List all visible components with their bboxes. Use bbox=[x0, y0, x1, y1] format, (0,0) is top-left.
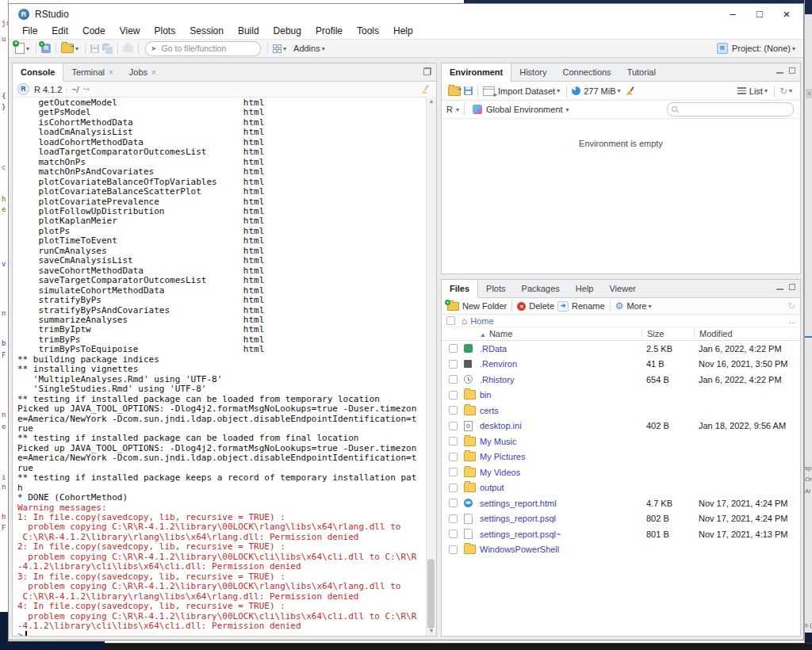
menu-file[interactable]: File bbox=[15, 24, 44, 39]
print-button[interactable] bbox=[121, 45, 135, 52]
maximize-button[interactable]: □ bbox=[746, 4, 773, 24]
minimize-button[interactable]: – bbox=[719, 4, 746, 24]
open-file-button[interactable]: ▾ bbox=[59, 44, 82, 53]
new-file-button[interactable]: ▾ bbox=[13, 43, 33, 54]
maximize-pane-icon[interactable] bbox=[789, 67, 795, 74]
menu-tools[interactable]: Tools bbox=[350, 24, 386, 39]
save-all-button[interactable] bbox=[101, 44, 114, 53]
file-checkbox[interactable] bbox=[449, 468, 458, 476]
new-project-button[interactable]: R bbox=[40, 44, 52, 53]
file-name-link[interactable]: My Music bbox=[480, 437, 642, 446]
file-row[interactable]: My Videos bbox=[442, 465, 800, 480]
file-checkbox[interactable] bbox=[449, 499, 458, 507]
tab-console[interactable]: Console bbox=[13, 63, 63, 82]
file-checkbox[interactable] bbox=[449, 391, 458, 400]
file-name-link[interactable]: WindowsPowerShell bbox=[480, 545, 642, 554]
workspace-panes-button[interactable]: ▾ bbox=[271, 44, 289, 53]
tab-viewer[interactable]: Viewer bbox=[601, 280, 643, 297]
menu-build[interactable]: Build bbox=[231, 24, 266, 39]
refresh-files-icon[interactable]: ↻ bbox=[787, 301, 795, 311]
language-selector[interactable]: R bbox=[446, 105, 453, 114]
file-name-link[interactable]: .Renviron bbox=[480, 359, 642, 369]
column-modified[interactable]: Modified bbox=[694, 329, 800, 338]
menu-help[interactable]: Help bbox=[386, 24, 420, 39]
close-tab-icon[interactable]: × bbox=[109, 64, 113, 81]
file-checkbox[interactable] bbox=[449, 545, 458, 554]
popout-arrow-icon[interactable]: ↪ bbox=[83, 85, 90, 94]
maximize-pane-icon[interactable] bbox=[789, 284, 795, 290]
tab-jobs[interactable]: Jobs× bbox=[121, 63, 164, 81]
load-workspace-button[interactable] bbox=[446, 86, 462, 96]
file-row[interactable]: settings_report.psql 802 B Nov 17, 2021,… bbox=[442, 511, 800, 527]
file-row[interactable]: bin bbox=[442, 388, 800, 403]
file-checkbox[interactable] bbox=[449, 514, 458, 523]
select-all-checkbox[interactable] bbox=[446, 316, 455, 325]
list-view-button[interactable]: List ▾ bbox=[736, 86, 771, 96]
column-size[interactable]: Size bbox=[642, 329, 694, 338]
tab-connections[interactable]: Connections bbox=[554, 63, 619, 81]
file-name-link[interactable]: My Videos bbox=[480, 468, 642, 477]
file-name-link[interactable]: output bbox=[480, 483, 642, 492]
menu-plots[interactable]: Plots bbox=[147, 24, 183, 39]
file-name-link[interactable]: My Pictures bbox=[480, 452, 642, 461]
save-workspace-button[interactable] bbox=[462, 86, 474, 95]
scrollbar-thumb[interactable] bbox=[427, 559, 435, 629]
tab-files[interactable]: Files bbox=[442, 280, 478, 298]
close-tab-icon[interactable]: × bbox=[151, 64, 156, 81]
save-button[interactable] bbox=[89, 44, 101, 53]
more-button[interactable]: ⚙ More ▾ bbox=[614, 301, 655, 311]
file-checkbox[interactable] bbox=[449, 530, 458, 538]
minimize-pane-icon[interactable] bbox=[776, 289, 783, 290]
console-prompt[interactable]: > bbox=[17, 631, 427, 636]
file-name-link[interactable]: settings_report.html bbox=[480, 499, 642, 508]
menu-view[interactable]: View bbox=[113, 24, 147, 39]
file-row[interactable]: WindowsPowerShell bbox=[442, 542, 800, 558]
clear-console-icon[interactable] bbox=[420, 85, 430, 94]
minimize-pane-icon[interactable] bbox=[776, 72, 783, 74]
tab-help[interactable]: Help bbox=[568, 280, 602, 297]
clear-environment-button[interactable] bbox=[624, 86, 637, 96]
file-name-link[interactable]: .RData bbox=[480, 344, 642, 354]
breadcrumb-more-button[interactable]: ... bbox=[789, 316, 795, 325]
file-checkbox[interactable] bbox=[449, 375, 458, 384]
file-checkbox[interactable] bbox=[449, 360, 458, 369]
refresh-environment-button[interactable]: ↻ ▾ bbox=[778, 86, 795, 96]
environment-search-input[interactable] bbox=[680, 104, 789, 115]
tab-terminal[interactable]: Terminal× bbox=[63, 63, 121, 81]
tab-tutorial[interactable]: Tutorial bbox=[619, 63, 664, 81]
environment-scope-selector[interactable]: Global Environment bbox=[486, 105, 563, 114]
file-name-link[interactable]: certs bbox=[480, 406, 642, 415]
file-checkbox[interactable] bbox=[449, 484, 458, 492]
file-name-link[interactable]: bin bbox=[480, 390, 642, 400]
file-row[interactable]: desktop.ini 402 B Jan 18, 2022, 9:56 AM bbox=[442, 419, 800, 434]
file-checkbox[interactable] bbox=[449, 422, 458, 430]
file-name-link[interactable]: .Rhistory bbox=[480, 375, 642, 384]
goto-file-function-input[interactable] bbox=[160, 43, 255, 54]
menu-edit[interactable]: Edit bbox=[44, 24, 75, 39]
menu-profile[interactable]: Profile bbox=[308, 24, 350, 39]
file-row[interactable]: .Renviron 41 B Nov 16, 2021, 3:50 PM bbox=[442, 357, 800, 373]
scroll-up-icon[interactable]: ▲ bbox=[427, 97, 436, 106]
file-name-link[interactable]: desktop.ini bbox=[480, 421, 642, 430]
project-menu-button[interactable]: R Project: (None) ▾ bbox=[717, 43, 797, 54]
import-dataset-button[interactable]: Import Dataset ▾ bbox=[481, 86, 563, 96]
tab-environment[interactable]: Environment bbox=[442, 63, 511, 82]
rename-button[interactable]: ➜ Rename bbox=[556, 301, 607, 312]
file-row[interactable]: certs bbox=[442, 403, 800, 419]
tab-history[interactable]: History bbox=[511, 63, 554, 81]
console-output[interactable]: getOutcomeModel html getPsModel html isC… bbox=[13, 97, 427, 636]
scroll-down-icon[interactable]: ▼ bbox=[427, 626, 436, 636]
close-button[interactable]: × bbox=[773, 4, 800, 24]
file-row[interactable]: output bbox=[442, 480, 800, 496]
addins-button[interactable]: Addins ▾ bbox=[289, 44, 328, 53]
file-checkbox[interactable] bbox=[449, 344, 458, 353]
memory-usage-button[interactable]: 277 MiB ▾ bbox=[570, 86, 623, 96]
menu-debug[interactable]: Debug bbox=[266, 24, 308, 39]
file-row[interactable]: settings_report.psql~ 801 B Nov 17, 2021… bbox=[442, 526, 800, 542]
file-row[interactable]: settings_report.html 4.7 KB Nov 17, 2021… bbox=[442, 495, 800, 511]
delete-button[interactable]: × Delete bbox=[515, 301, 556, 311]
file-name-link[interactable]: settings_report.psql~ bbox=[480, 530, 642, 539]
file-checkbox[interactable] bbox=[449, 453, 458, 461]
file-checkbox[interactable] bbox=[449, 406, 458, 415]
menu-code[interactable]: Code bbox=[75, 24, 113, 39]
